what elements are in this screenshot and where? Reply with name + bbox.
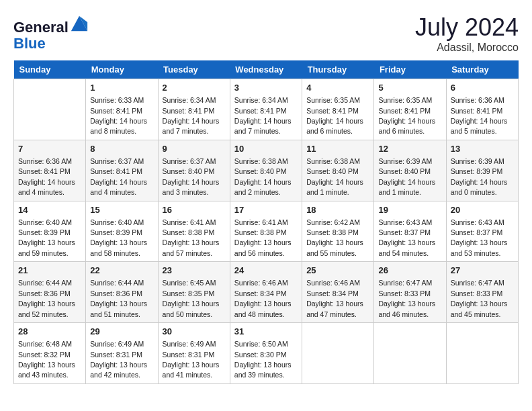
day-info: Sunrise: 6:49 AMSunset: 8:31 PMDaylight:…: [163, 340, 220, 379]
day-cell: 27 Sunrise: 6:47 AMSunset: 8:33 PMDaylig…: [446, 262, 518, 323]
day-cell: 11 Sunrise: 6:38 AMSunset: 8:40 PMDaylig…: [302, 140, 374, 201]
day-number: 9: [163, 143, 226, 155]
week-row-5: 28 Sunrise: 6:48 AMSunset: 8:32 PMDaylig…: [14, 323, 519, 384]
day-number: 28: [18, 326, 81, 338]
day-cell: 17 Sunrise: 6:41 AMSunset: 8:38 PMDaylig…: [230, 201, 302, 262]
weekday-header-wednesday: Wednesday: [230, 60, 302, 79]
day-info: Sunrise: 6:39 AMSunset: 8:40 PMDaylight:…: [378, 157, 435, 196]
day-cell: 10 Sunrise: 6:38 AMSunset: 8:40 PMDaylig…: [230, 140, 302, 201]
day-number: 12: [378, 143, 441, 155]
day-number: 10: [234, 143, 298, 155]
logo-icon: [70, 13, 89, 32]
calendar-table: SundayMondayTuesdayWednesdayThursdayFrid…: [13, 60, 519, 384]
day-cell: 22 Sunrise: 6:44 AMSunset: 8:36 PMDaylig…: [86, 262, 158, 323]
day-info: Sunrise: 6:39 AMSunset: 8:39 PMDaylight:…: [451, 157, 508, 196]
day-info: Sunrise: 6:50 AMSunset: 8:30 PMDaylight:…: [234, 340, 292, 379]
day-number: 14: [18, 204, 81, 216]
day-info: Sunrise: 6:40 AMSunset: 8:39 PMDaylight:…: [18, 218, 75, 257]
day-info: Sunrise: 6:47 AMSunset: 8:33 PMDaylight:…: [451, 279, 508, 318]
weekday-header-monday: Monday: [86, 60, 158, 79]
day-cell: 12 Sunrise: 6:39 AMSunset: 8:40 PMDaylig…: [374, 140, 446, 201]
day-cell: 3 Sunrise: 6:34 AMSunset: 8:41 PMDayligh…: [230, 79, 302, 140]
day-cell: 31 Sunrise: 6:50 AMSunset: 8:30 PMDaylig…: [230, 323, 302, 384]
day-cell: 25 Sunrise: 6:46 AMSunset: 8:34 PMDaylig…: [302, 262, 374, 323]
day-cell: 26 Sunrise: 6:47 AMSunset: 8:33 PMDaylig…: [374, 262, 446, 323]
day-number: 4: [306, 82, 369, 94]
day-number: 3: [234, 82, 298, 94]
day-cell: [14, 79, 86, 140]
day-info: Sunrise: 6:41 AMSunset: 8:38 PMDaylight:…: [163, 218, 220, 257]
day-number: 23: [163, 265, 226, 277]
day-cell: 20 Sunrise: 6:43 AMSunset: 8:37 PMDaylig…: [446, 201, 518, 262]
day-cell: 5 Sunrise: 6:35 AMSunset: 8:41 PMDayligh…: [374, 79, 446, 140]
day-info: Sunrise: 6:43 AMSunset: 8:37 PMDaylight:…: [378, 218, 435, 257]
calendar-body: 1 Sunrise: 6:33 AMSunset: 8:41 PMDayligh…: [14, 79, 519, 384]
day-info: Sunrise: 6:49 AMSunset: 8:31 PMDaylight:…: [90, 340, 147, 379]
day-info: Sunrise: 6:46 AMSunset: 8:34 PMDaylight:…: [306, 279, 363, 318]
day-cell: 14 Sunrise: 6:40 AMSunset: 8:39 PMDaylig…: [14, 201, 86, 262]
day-number: 25: [306, 265, 369, 277]
day-info: Sunrise: 6:34 AMSunset: 8:41 PMDaylight:…: [163, 96, 220, 135]
day-number: 27: [451, 265, 514, 277]
logo: General Blue: [13, 13, 89, 52]
day-number: 6: [451, 82, 514, 94]
day-number: 31: [234, 326, 298, 338]
day-number: 17: [234, 204, 298, 216]
day-cell: 15 Sunrise: 6:40 AMSunset: 8:39 PMDaylig…: [86, 201, 158, 262]
day-info: Sunrise: 6:34 AMSunset: 8:41 PMDaylight:…: [234, 96, 292, 135]
weekday-header-tuesday: Tuesday: [158, 60, 230, 79]
day-number: 20: [451, 204, 514, 216]
logo-general: General: [13, 19, 69, 36]
day-number: 13: [451, 143, 514, 155]
day-number: 5: [378, 82, 441, 94]
day-info: Sunrise: 6:44 AMSunset: 8:36 PMDaylight:…: [90, 279, 147, 318]
day-cell: 2 Sunrise: 6:34 AMSunset: 8:41 PMDayligh…: [158, 79, 230, 140]
day-info: Sunrise: 6:36 AMSunset: 8:41 PMDaylight:…: [18, 157, 75, 196]
day-info: Sunrise: 6:38 AMSunset: 8:40 PMDaylight:…: [234, 157, 292, 196]
location-title: Adassil, Morocco: [415, 42, 519, 54]
day-cell: 9 Sunrise: 6:37 AMSunset: 8:40 PMDayligh…: [158, 140, 230, 201]
day-number: 1: [90, 82, 153, 94]
week-row-3: 14 Sunrise: 6:40 AMSunset: 8:39 PMDaylig…: [14, 201, 519, 262]
day-cell: 13 Sunrise: 6:39 AMSunset: 8:39 PMDaylig…: [446, 140, 518, 201]
day-number: 19: [378, 204, 441, 216]
day-number: 11: [306, 143, 369, 155]
day-cell: [302, 323, 374, 384]
day-cell: 21 Sunrise: 6:44 AMSunset: 8:36 PMDaylig…: [14, 262, 86, 323]
day-info: Sunrise: 6:47 AMSunset: 8:33 PMDaylight:…: [378, 279, 435, 318]
day-cell: 8 Sunrise: 6:37 AMSunset: 8:41 PMDayligh…: [86, 140, 158, 201]
day-info: Sunrise: 6:46 AMSunset: 8:34 PMDaylight:…: [234, 279, 292, 318]
day-cell: 24 Sunrise: 6:46 AMSunset: 8:34 PMDaylig…: [230, 262, 302, 323]
day-number: 2: [163, 82, 226, 94]
month-title: July 2024: [415, 13, 519, 42]
day-cell: 18 Sunrise: 6:42 AMSunset: 8:38 PMDaylig…: [302, 201, 374, 262]
day-number: 18: [306, 204, 369, 216]
weekday-header-friday: Friday: [374, 60, 446, 79]
week-row-1: 1 Sunrise: 6:33 AMSunset: 8:41 PMDayligh…: [14, 79, 519, 140]
week-row-2: 7 Sunrise: 6:36 AMSunset: 8:41 PMDayligh…: [14, 140, 519, 201]
weekday-header-row: SundayMondayTuesdayWednesdayThursdayFrid…: [14, 60, 519, 79]
day-cell: 23 Sunrise: 6:45 AMSunset: 8:35 PMDaylig…: [158, 262, 230, 323]
day-info: Sunrise: 6:37 AMSunset: 8:40 PMDaylight:…: [163, 157, 220, 196]
day-info: Sunrise: 6:35 AMSunset: 8:41 PMDaylight:…: [378, 96, 435, 135]
day-number: 24: [234, 265, 298, 277]
day-info: Sunrise: 6:38 AMSunset: 8:40 PMDaylight:…: [306, 157, 363, 196]
day-info: Sunrise: 6:42 AMSunset: 8:38 PMDaylight:…: [306, 218, 363, 257]
day-cell: 28 Sunrise: 6:48 AMSunset: 8:32 PMDaylig…: [14, 323, 86, 384]
day-info: Sunrise: 6:35 AMSunset: 8:41 PMDaylight:…: [306, 96, 363, 135]
day-cell: 19 Sunrise: 6:43 AMSunset: 8:37 PMDaylig…: [374, 201, 446, 262]
day-cell: 7 Sunrise: 6:36 AMSunset: 8:41 PMDayligh…: [14, 140, 86, 201]
day-info: Sunrise: 6:36 AMSunset: 8:41 PMDaylight:…: [451, 96, 508, 135]
weekday-header-saturday: Saturday: [446, 60, 518, 79]
page-header: General Blue July 2024 Adassil, Morocco: [13, 13, 519, 54]
day-info: Sunrise: 6:45 AMSunset: 8:35 PMDaylight:…: [163, 279, 220, 318]
day-info: Sunrise: 6:40 AMSunset: 8:39 PMDaylight:…: [90, 218, 147, 257]
day-number: 29: [90, 326, 153, 338]
day-cell: 6 Sunrise: 6:36 AMSunset: 8:41 PMDayligh…: [446, 79, 518, 140]
day-number: 7: [18, 143, 81, 155]
day-cell: [446, 323, 518, 384]
day-number: 8: [90, 143, 153, 155]
day-number: 15: [90, 204, 153, 216]
day-number: 22: [90, 265, 153, 277]
title-block: July 2024 Adassil, Morocco: [415, 13, 519, 54]
